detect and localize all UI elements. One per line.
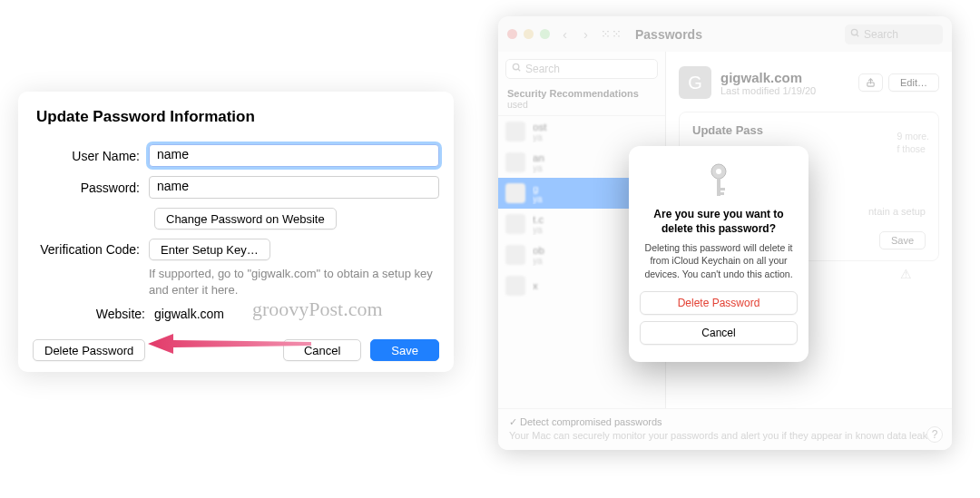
website-label: Website:: [33, 307, 154, 321]
key-icon: [640, 162, 798, 199]
verification-hint: If supported, go to "gigwalk.com" to obt…: [149, 266, 439, 298]
username-label: User Name:: [33, 149, 149, 163]
username-input[interactable]: name: [149, 144, 439, 167]
alert-cancel-button[interactable]: Cancel: [640, 321, 798, 345]
alert-delete-button[interactable]: Delete Password: [640, 291, 798, 315]
passwords-window: ‹ › ⁙⁙ Passwords Search Search Security …: [498, 16, 952, 450]
alert-title: Are you sure you want to delete this pas…: [640, 208, 798, 236]
cancel-button[interactable]: Cancel: [283, 339, 361, 361]
delete-confirm-alert: Are you sure you want to delete this pas…: [629, 146, 808, 362]
svg-rect-9: [720, 188, 725, 190]
delete-password-button[interactable]: Delete Password: [33, 339, 145, 361]
website-value: gigwalk.com: [154, 307, 439, 321]
svg-point-7: [716, 169, 721, 174]
password-label: Password:: [33, 181, 149, 195]
update-password-dialog: Update Password Information User Name: n…: [18, 92, 454, 372]
password-input[interactable]: name: [149, 176, 439, 199]
dialog-title: Update Password Information: [36, 108, 439, 126]
verification-code-label: Verification Code:: [33, 239, 149, 257]
svg-rect-10: [720, 192, 724, 195]
change-password-on-website-button[interactable]: Change Password on Website: [154, 208, 337, 229]
svg-rect-8: [717, 178, 720, 196]
enter-setup-key-button[interactable]: Enter Setup Key…: [149, 239, 270, 260]
save-button[interactable]: Save: [370, 339, 439, 361]
alert-message: Deleting this password will delete it fr…: [640, 241, 798, 280]
